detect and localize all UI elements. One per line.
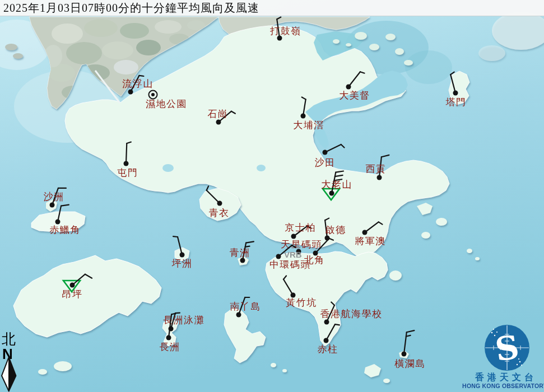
station-dot — [128, 90, 133, 95]
station-dot — [329, 191, 334, 196]
calm-wind-icon-dot — [151, 93, 155, 96]
station-dot — [277, 36, 282, 41]
hko-name-english: HONG KONG OBSERVATORY — [462, 382, 544, 389]
station-dot — [323, 150, 328, 155]
station-dot — [216, 120, 221, 125]
station-label: 西貢 — [366, 163, 387, 174]
map-title: 2025年1月03日07時00分的十分鐘平均風向及風速 — [0, 0, 544, 16]
station-label: 石崗 — [208, 108, 229, 119]
variable-wind-label: VRB — [284, 250, 302, 259]
station-label: 南丫島 — [230, 301, 261, 312]
station-label: 濕地公園 — [146, 98, 187, 109]
station-dot — [50, 203, 55, 208]
station-label: 京士柏 — [285, 222, 316, 233]
station-label: 赤柱 — [318, 343, 338, 354]
wind-map-screen: 打鼓嶺流浮山濕地公園石崗大美督塔門大埔滘沙田屯門西貢大老山京士柏啟德VRB天星碼… — [0, 0, 544, 392]
station-dot — [346, 85, 351, 90]
station-label: 北角 — [304, 254, 325, 265]
station-label: 打鼓嶺 — [269, 25, 301, 36]
station-label: 黃竹坑 — [286, 297, 317, 308]
hong-kong-wind-map: 打鼓嶺流浮山濕地公園石崗大美督塔門大埔滘沙田屯門西貢大老山京士柏啟德VRB天星碼… — [0, 0, 544, 392]
station-label: 香港航海學校 — [320, 308, 383, 319]
hko-name-chinese: 香港天文台 — [475, 372, 537, 382]
station-dot — [362, 230, 368, 235]
station-label: 屯門 — [118, 167, 138, 178]
station-dot — [240, 258, 245, 263]
station-label: 大美督 — [339, 90, 370, 101]
station-label: 啟德 — [326, 224, 346, 235]
station-dot — [166, 335, 171, 340]
station-dot — [70, 283, 75, 288]
station-label: 沙田 — [315, 157, 336, 168]
station-dot — [402, 352, 407, 357]
station-dot — [453, 91, 458, 96]
station-dot — [124, 161, 129, 166]
station-label: 天星碼頭 — [281, 239, 322, 250]
station-label: 青洲 — [230, 247, 250, 258]
station-dot — [301, 114, 306, 119]
station-label: 青衣 — [209, 207, 230, 218]
compass-north-chinese: 北 — [2, 331, 16, 347]
mirs-bay-water-2 — [405, 50, 452, 84]
station-label: 沙洲 — [44, 191, 64, 202]
wind-barb-tick — [335, 324, 340, 325]
station-label: 塔門 — [445, 96, 467, 108]
wind-barb-tick — [173, 236, 178, 237]
station-label: 赤鱲角 — [49, 224, 81, 235]
station-label: 昂坪 — [62, 288, 83, 300]
station-dot — [180, 253, 185, 258]
station-dot — [324, 320, 329, 325]
station-dot — [217, 201, 222, 206]
station-label: 流浮山 — [122, 78, 154, 89]
station-label: 長洲 — [160, 341, 180, 352]
station-dot — [324, 338, 329, 343]
station-dot — [377, 175, 382, 180]
station-dot — [236, 312, 241, 318]
station-label: 大埔滘 — [293, 119, 324, 130]
wind-barb-staff — [126, 143, 127, 164]
wind-barb-tick — [139, 76, 143, 76]
station-label: 大老山 — [321, 179, 352, 190]
station-label: 橫瀾島 — [394, 358, 426, 369]
station-label: 坪洲 — [172, 258, 193, 269]
station-label: 將軍澳 — [355, 235, 386, 246]
station-label: 長洲泳灘 — [163, 314, 204, 325]
